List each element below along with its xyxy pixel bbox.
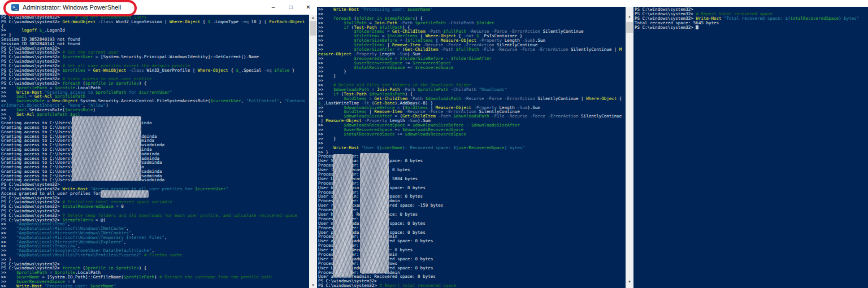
console-text-segment: , <box>124 239 127 245</box>
console-text-segment: -eq <box>241 19 251 24</box>
console-text-segment: "Total recovered space: ${ <box>724 16 790 21</box>
scrollbar-thumb[interactable] <box>626 22 633 33</box>
console-text-segment: -Path <box>438 114 453 119</box>
console-text-segment: 0 <box>121 204 124 209</box>
console-text-segment: PS C:\windows\system32> <box>635 25 696 30</box>
console-text-segment: $profiles <box>116 81 139 86</box>
console-text-segment: } bytes" <box>505 145 525 150</box>
redaction-patch <box>360 153 389 273</box>
powershell-icon: >_ <box>11 4 19 11</box>
console-text-segment: Win32_LogonSession | <box>116 19 170 24</box>
console-text-segment: userName <box>382 145 402 150</box>
console-text-segment: userRecoveredSpace <box>458 145 504 150</box>
console-text-segment: "Downloads" <box>479 87 507 92</box>
console-text-segment: ForEach-Object <box>269 19 305 24</box>
console-line: PS C:\windows\system32> Get-WmiObject -C… <box>1 20 309 24</box>
console-text-segment: SilentlyContinue <box>581 114 622 119</box>
console-text-segment: # Extract the username from the profile … <box>159 274 272 280</box>
scroll-up-icon[interactable]: ▲ <box>626 14 633 19</box>
console-text-segment: $userName <box>90 283 114 288</box>
close-button[interactable]: ✕ <box>300 0 317 15</box>
console-text-segment: "FullControl" <box>246 98 280 103</box>
console-line: >> } <box>318 137 626 141</box>
console-line: >> Set-Acl $profilePath $acl <box>1 112 309 117</box>
console-text-segment: = <box>85 68 93 73</box>
console-text-segment: { <box>619 96 622 101</box>
console-text-segment: $fullPath <box>456 47 479 52</box>
console-text-segment: ).Sum <box>527 105 540 110</box>
console-text-segment: Get-WmiObject <box>93 68 129 73</box>
scroll-down-icon[interactable]: ▼ <box>309 282 317 288</box>
console-output-right[interactable]: PS C:\windows\system32>PS C:\windows\sys… <box>633 7 868 288</box>
console-text-segment: " <box>225 186 228 191</box>
console-text-segment: += <box>394 132 405 137</box>
scroll-up-icon[interactable]: ▲ <box>309 15 317 20</box>
scrollbar-thumb[interactable] <box>310 21 316 36</box>
console-text-segment: PS C:\windows\system32> <box>1 19 62 24</box>
console-text-segment: $downloadsRecoveredSpace <box>405 132 466 137</box>
console-text-segment: -File -Recurse -Force -ErrorAction <box>489 114 581 119</box>
console-text-segment: .Special <box>241 68 264 73</box>
console-text-segment: ) { <box>139 265 147 270</box>
scroll-down-icon[interactable]: ▼ <box>626 279 633 285</box>
console-text-segment: $recoveredSpace <box>415 65 454 70</box>
console-text-segment: $currentUser <box>210 98 241 103</box>
console-text-segment: .LogonId <box>45 28 65 33</box>
console-text-segment: "Processing user: <box>45 283 90 288</box>
console-text-segment: -eq <box>264 68 274 73</box>
text-cursor <box>696 25 698 29</box>
console-line: >> "AppData\Local\Mozilla\Firefox\Profil… <box>1 253 309 258</box>
console-text-segment: $currentUser <box>62 54 93 59</box>
console-text-segment: ) <box>93 107 96 112</box>
console-text-segment: "AppData\Local\Mozilla\Firefox\Profiles\… <box>16 252 144 258</box>
console-text-segment: Win32_UserProfile | <box>146 68 197 73</box>
maximize-button[interactable]: □ <box>282 0 300 15</box>
console-text-segment: totalRecoveredSpace <box>790 16 839 21</box>
console-text-segment: "User ${ <box>362 145 382 150</box>
console-text-segment: Write-Host <box>333 145 362 150</box>
console-text-segment: = <box>93 54 101 59</box>
console-text-segment: Get-WmiObject <box>62 19 98 24</box>
console-text-segment: "Contain <box>284 98 305 103</box>
console-line: >> } <box>318 74 626 78</box>
console-text-segment: " <box>114 283 116 288</box>
console-text-segment: }: Recovered space: ${ <box>402 145 458 150</box>
console-text-segment: SilentlyContinue | <box>571 47 619 52</box>
scrollbar-left[interactable]: ▲ ▼ <box>309 15 317 288</box>
scrollbar-middle[interactable]: ▲ ▼ <box>626 7 633 288</box>
console-text-segment: $false <box>274 68 289 73</box>
console-text-segment: -File -Recurse -Force -ErrorAction <box>479 47 571 52</box>
console-text-segment: PS C:\windows\system32> <box>318 283 379 288</box>
console-text-segment: = <box>114 204 121 209</box>
console-text-segment: += <box>405 65 415 70</box>
console-text-segment: $totalRecoveredSpace <box>62 204 113 209</box>
console-text-segment: $userName <box>407 7 431 12</box>
console-text-segment: $totalRecoveredSpace <box>344 132 394 137</box>
console-text-segment: ) <box>106 103 108 108</box>
console-text-segment: $folder <box>476 20 494 25</box>
console-text-segment: $downloadsSizeAfter <box>471 123 520 128</box>
console-text-segment: $profilePath <box>124 274 154 280</box>
console-text-segment: " <box>431 7 433 12</box>
console-text-segment: $currentUser <box>195 186 225 191</box>
console-text-segment: } <box>289 68 294 73</box>
console-text-segment: SilentlyContinue <box>542 29 583 34</box>
console-text-segment: -Class <box>129 68 147 73</box>
console-text-segment: - <box>463 123 471 128</box>
console-text-segment: -Recurse -Force -ErrorAction <box>461 96 537 101</box>
console-text-segment: in <box>108 265 114 270</box>
console-text-segment: , <box>164 235 167 240</box>
console-text-segment: -Path <box>441 47 456 52</box>
console-text-segment: $totalRecoveredSpace <box>354 65 405 70</box>
console-text-segment: $folderSizeAfter <box>451 56 492 61</box>
console-text-segment: ) { <box>139 81 147 86</box>
console-text-segment: $profilePath <box>37 112 67 117</box>
console-text-segment: $profilePath <box>415 20 446 25</box>
console-text-segment: -ChildPath <box>448 87 479 92</box>
minimize-button[interactable]: – <box>264 0 282 15</box>
console-line: PS C:\windows\system32> <box>635 25 868 30</box>
console-text-segment: , <box>241 98 246 103</box>
console-text-segment: # Firefox cache <box>144 252 183 258</box>
console-output-left[interactable]: PS C:\windows\system32> # Log off discon… <box>0 15 309 288</box>
console-line: >> $totalRecoveredSpace += $downloadsRec… <box>318 132 626 137</box>
